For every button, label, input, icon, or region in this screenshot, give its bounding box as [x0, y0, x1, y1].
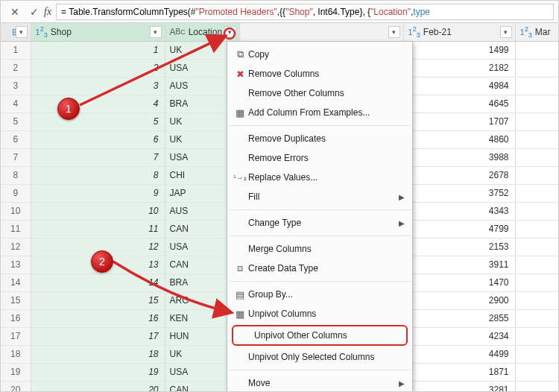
cell-feb[interactable]: 3911: [403, 256, 515, 274]
cell-shop[interactable]: 3: [31, 77, 165, 95]
menu-remove-duplicates[interactable]: Remove Duplicates: [227, 129, 412, 148]
cell-feb[interactable]: 2900: [403, 291, 515, 309]
select-all-corner[interactable]: ⊞▾: [1, 23, 31, 41]
formula-input[interactable]: = Table.TransformColumnTypes(#"Promoted …: [56, 4, 554, 20]
cell-mar[interactable]: [515, 345, 559, 363]
row-number[interactable]: 15: [1, 291, 31, 309]
cell-shop[interactable]: 6: [31, 130, 165, 148]
cell-mar[interactable]: [515, 274, 559, 291]
cell-shop[interactable]: 5: [31, 113, 165, 130]
cell-feb[interactable]: 1499: [403, 41, 515, 59]
cell-mar[interactable]: [515, 381, 559, 392]
cell-feb[interactable]: 4860: [403, 130, 515, 148]
cell-mar[interactable]: [515, 291, 559, 309]
cell-feb[interactable]: 4645: [403, 95, 515, 113]
column-header-location[interactable]: ABC Location ▾: [165, 23, 239, 41]
cell-feb[interactable]: 4343: [403, 202, 515, 220]
menu-copy[interactable]: ⧉Copy: [227, 45, 412, 64]
menu-remove-other-columns[interactable]: Remove Other Columns: [227, 83, 412, 103]
cell-feb[interactable]: 2153: [403, 238, 515, 256]
row-number[interactable]: 18: [1, 345, 31, 363]
row-number[interactable]: 9: [1, 184, 31, 202]
column-header-mar[interactable]: 123 Mar: [515, 23, 559, 41]
cell-shop[interactable]: 18: [31, 345, 165, 363]
row-number[interactable]: 6: [1, 130, 31, 148]
cell-mar[interactable]: [515, 166, 559, 184]
row-number[interactable]: 5: [1, 113, 31, 130]
row-number[interactable]: 10: [1, 202, 31, 220]
cell-mar[interactable]: [515, 59, 559, 77]
cell-feb[interactable]: 2678: [403, 166, 515, 184]
menu-unpivot-columns[interactable]: ▦Unpivot Columns: [227, 304, 412, 323]
cell-mar[interactable]: [515, 327, 559, 345]
cell-mar[interactable]: [515, 41, 559, 59]
cell-feb[interactable]: 3281: [403, 381, 515, 392]
cell-mar[interactable]: [515, 256, 559, 274]
row-number[interactable]: 3: [1, 77, 31, 95]
cell-shop[interactable]: 14: [31, 274, 165, 291]
cell-shop[interactable]: 17: [31, 327, 165, 345]
row-number[interactable]: 7: [1, 148, 31, 166]
cell-mar[interactable]: [515, 130, 559, 148]
menu-change-type[interactable]: Change Type▶: [227, 213, 412, 233]
cell-mar[interactable]: [515, 220, 559, 238]
cell-feb[interactable]: 4984: [403, 77, 515, 95]
cell-feb[interactable]: 2182: [403, 59, 515, 77]
filter-dropdown[interactable]: ▾: [150, 26, 162, 38]
cell-shop[interactable]: 20: [31, 381, 165, 392]
row-number[interactable]: 17: [1, 327, 31, 345]
cell-feb[interactable]: 1470: [403, 274, 515, 291]
cell-shop[interactable]: 4: [31, 95, 165, 113]
cell-mar[interactable]: [515, 184, 559, 202]
cell-shop[interactable]: 9: [31, 184, 165, 202]
filter-dropdown[interactable]: ▾: [388, 26, 400, 38]
row-number[interactable]: 16: [1, 309, 31, 327]
cell-feb[interactable]: 1871: [403, 363, 515, 381]
cell-shop[interactable]: 7: [31, 148, 165, 166]
cell-shop[interactable]: 8: [31, 166, 165, 184]
cell-mar[interactable]: [515, 363, 559, 381]
cell-feb[interactable]: 4799: [403, 220, 515, 238]
cell-shop[interactable]: 16: [31, 309, 165, 327]
filter-dropdown[interactable]: ▾: [224, 26, 236, 38]
cell-shop[interactable]: 15: [31, 291, 165, 309]
cell-shop[interactable]: 19: [31, 363, 165, 381]
menu-fill[interactable]: Fill▶: [227, 187, 412, 206]
menu-replace-values[interactable]: ¹→₂Replace Values...: [227, 168, 412, 187]
cell-feb[interactable]: 4234: [403, 327, 515, 345]
cell-mar[interactable]: [515, 202, 559, 220]
menu-move[interactable]: Move▶: [227, 373, 412, 392]
row-number[interactable]: 20: [1, 381, 31, 392]
cell-shop[interactable]: 2: [31, 59, 165, 77]
row-number[interactable]: 19: [1, 363, 31, 381]
menu-group-by[interactable]: ▤Group By...: [227, 285, 412, 304]
menu-remove-columns[interactable]: ✖Remove Columns: [227, 64, 412, 83]
cell-shop[interactable]: 11: [31, 220, 165, 238]
cell-feb[interactable]: 4499: [403, 345, 515, 363]
menu-create-data-type[interactable]: ⧈Create Data Type: [227, 259, 412, 278]
cell-mar[interactable]: [515, 309, 559, 327]
row-number[interactable]: 12: [1, 238, 31, 256]
cancel-formula-button[interactable]: ✕: [5, 4, 25, 20]
menu-remove-errors[interactable]: Remove Errors: [227, 148, 412, 168]
menu-merge-columns[interactable]: Merge Columns: [227, 239, 412, 259]
row-number[interactable]: 2: [1, 59, 31, 77]
cell-feb[interactable]: 3988: [403, 148, 515, 166]
cell-mar[interactable]: [515, 95, 559, 113]
column-header-shop[interactable]: 123 Shop ▾: [31, 23, 165, 41]
cell-feb[interactable]: 1707: [403, 113, 515, 130]
cell-mar[interactable]: [515, 113, 559, 130]
menu-add-column-from-examples[interactable]: ▦Add Column From Examples...: [227, 103, 412, 122]
confirm-formula-button[interactable]: ✓: [25, 4, 44, 20]
column-header-feb[interactable]: 123 Feb-21 ▾: [403, 23, 515, 41]
row-number[interactable]: 14: [1, 274, 31, 291]
corner-dropdown[interactable]: ▾: [16, 26, 28, 38]
row-number[interactable]: 13: [1, 256, 31, 274]
row-number[interactable]: 11: [1, 220, 31, 238]
row-number[interactable]: 4: [1, 95, 31, 113]
menu-unpivot-other-columns[interactable]: Unpivot Other Columns: [232, 325, 408, 346]
cell-feb[interactable]: 3752: [403, 184, 515, 202]
cell-shop[interactable]: 1: [31, 41, 165, 59]
cell-mar[interactable]: [515, 238, 559, 256]
menu-unpivot-only-selected[interactable]: Unpivot Only Selected Columns: [227, 347, 412, 367]
